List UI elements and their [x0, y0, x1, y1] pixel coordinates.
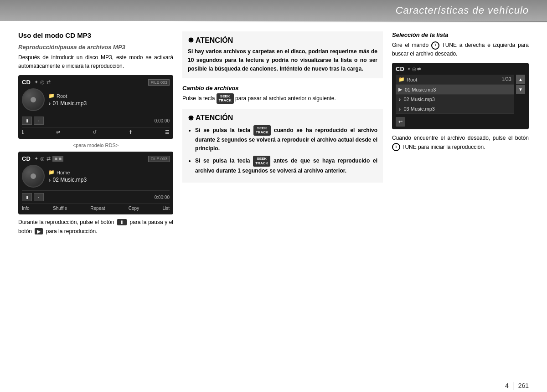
- list-item-row-3[interactable]: ♪ 03 Music.mp3: [396, 104, 514, 114]
- cd-play-controls-2: ⏸ ·: [22, 193, 44, 201]
- attention-title-1: ✸ ATENCIÓN: [188, 36, 377, 45]
- cd-info-2: 📁 Home ♪ 02 Music.mp3: [48, 169, 170, 183]
- cd-disc-2: [22, 165, 45, 188]
- page-footer: 4 │ 261: [0, 379, 547, 392]
- page-header: Características de vehículo: [0, 0, 547, 21]
- play-badge: ▶: [35, 228, 43, 234]
- music-icon-list-2: ♪: [398, 97, 401, 102]
- page-number: 261: [518, 382, 529, 389]
- circle-icon-2: ◎: [40, 156, 45, 162]
- cd-disc-1: [22, 88, 45, 111]
- body-text-1: Después de introducir un disco MP3, este…: [18, 53, 173, 71]
- model-note: <para modelo RDS>: [18, 143, 173, 148]
- list-icon: ☰: [165, 129, 170, 135]
- music-note-icon: ♪: [48, 101, 51, 106]
- pause-button[interactable]: ⏸: [22, 117, 32, 125]
- bullet-list: Si se pulsa la tecla SEEKTRACK cuando se…: [188, 125, 377, 175]
- cd-player-top: CD ✦ ◎ ⇄ FILE 003: [22, 79, 170, 86]
- cambio-text: Pulse la tecla SEEKTRACK para pasar al a…: [182, 93, 383, 104]
- music-note-icon-2: ♪: [48, 177, 51, 183]
- cd-controls-1: ⏸ · 0:00:00: [22, 114, 170, 125]
- back-button[interactable]: ↩: [396, 117, 405, 127]
- cd-main-area-2: 📁 Home ♪ 02 Music.mp3: [22, 165, 170, 188]
- seleccion-text: Gire el mando T TUNE a derecha e izquier…: [392, 41, 529, 58]
- music-icon-list-3: ♪: [398, 106, 401, 112]
- cd-disc-center: [31, 97, 36, 102]
- cd-list-label: CD: [396, 66, 404, 72]
- cd-play-controls: ⏸ ·: [22, 117, 44, 125]
- cd-list-root: 📁 Root 1/33: [396, 75, 514, 85]
- cd-folder-2: 📁 Home: [48, 169, 170, 175]
- cd-track-1: ♪ 01 Music.mp3: [48, 100, 170, 107]
- repeat-button[interactable]: Repeat: [90, 206, 105, 211]
- cd-label: CD: [22, 79, 31, 86]
- circle-icon: ◎: [40, 79, 45, 85]
- shuffle-icon: ⇌: [56, 129, 60, 135]
- cd-player-1: CD ✦ ◎ ⇄ FILE 003 📁 Root: [18, 75, 173, 139]
- bluetooth-icon: ✦: [34, 79, 38, 85]
- dot-button-2[interactable]: ·: [34, 193, 44, 201]
- cd-list-items: 📁 Root 1/33 ▶ 01 Music.mp3 ♪ 02 Music.mp…: [396, 75, 514, 114]
- cd-list-nav: ▲ ▼: [516, 75, 525, 114]
- scroll-down-button[interactable]: ▼: [516, 85, 525, 94]
- folder-icon-list: 📁: [398, 76, 405, 82]
- folder-icon: 📁: [48, 93, 55, 99]
- file-badge-1: FILE 003: [148, 79, 170, 86]
- asterisk-icon-1: ✸: [188, 36, 194, 45]
- cd-list-icons: ✦ ◎ ⇄: [407, 66, 421, 71]
- cambio-section: Cambio de archivos Pulse la tecla SEEKTR…: [182, 85, 383, 104]
- cd-label-2: CD: [22, 155, 31, 162]
- copy-icon: ⬆: [129, 129, 133, 135]
- pause-badge: ⏸: [117, 219, 127, 225]
- cd-icons: ✦ ◎ ⇄: [34, 79, 51, 85]
- shuffle-button[interactable]: Shuffle: [53, 206, 67, 211]
- cd-bottom-controls-2: Info Shuffle Repeat Copy List: [22, 204, 170, 211]
- list-item-2: Si se pulsa la tecla SEEKTRACK antes de …: [195, 156, 377, 175]
- chapter-number: 4: [505, 382, 509, 389]
- attention-body-1: Si hay varios archivos y carpetas en el …: [188, 47, 377, 74]
- seleccion-title: Selección de la lista: [392, 31, 529, 38]
- seek-track-badge-3: SEEKTRACK: [253, 156, 270, 166]
- cd-time-2: 0:00:00: [155, 195, 170, 200]
- attention-box-1: ✸ ATENCIÓN Si hay varios archivos y carp…: [182, 31, 383, 78]
- rec-icon: ⏺⏺: [52, 156, 63, 162]
- cd-track-2: ♪ 02 Music.mp3: [48, 177, 170, 183]
- seek-track-badge-1: SEEKTRACK: [217, 93, 234, 104]
- tune-icon-2: T: [392, 143, 400, 151]
- page-title: Características de vehículo: [396, 5, 529, 16]
- list-item-1: Si se pulsa la tecla SEEKTRACK cuando se…: [195, 125, 377, 153]
- list-item-row-2[interactable]: ♪ 02 Music.mp3: [396, 95, 514, 104]
- info-button[interactable]: Info: [22, 206, 30, 211]
- dot-button[interactable]: ·: [34, 117, 44, 125]
- cd-time-1: 0:00:00: [155, 118, 170, 123]
- left-column: Uso del modo CD MP3 Reproducción/pausa d…: [18, 31, 173, 240]
- copy-button[interactable]: Copy: [129, 206, 139, 211]
- middle-column: ✸ ATENCIÓN Si hay varios archivos y carp…: [182, 31, 383, 240]
- list-button[interactable]: List: [162, 206, 170, 211]
- body-text-2: Durante la reproducción, pulse el botón …: [18, 218, 173, 235]
- section-title: Uso del modo CD MP3: [18, 31, 173, 39]
- bluetooth-icon-2: ✦: [34, 156, 38, 162]
- attention-title-2: ✸ ATENCIÓN: [188, 114, 377, 122]
- tune-icon-1: T: [431, 41, 439, 50]
- cd-controls-2: ⏸ · 0:00:00: [22, 190, 170, 201]
- scroll-up-button[interactable]: ▲: [516, 75, 525, 84]
- file-badge-2: FILE 003: [148, 156, 170, 162]
- pause-button-2[interactable]: ⏸: [22, 193, 32, 201]
- cd-icons-2: ✦ ◎ ⇄ ⏺⏺: [34, 156, 63, 162]
- list-item-row-1[interactable]: ▶ 01 Music.mp3: [396, 85, 514, 95]
- info-icon: ℹ: [22, 129, 24, 135]
- attention-box-2: ✸ ATENCIÓN Si se pulsa la tecla SEEKTRAC…: [182, 109, 383, 183]
- cd-info-1: 📁 Root ♪ 01 Music.mp3: [48, 93, 170, 107]
- cuando-text: Cuando encuentre el archivo deseado, pul…: [392, 134, 529, 151]
- cd-list-player: CD ✦ ◎ ⇄ 📁 Root 1/33 ▶ 01 Music.mp: [392, 63, 529, 129]
- subsection-title: Reproducción/pausa de archivos MP3: [18, 44, 173, 51]
- repeat-icon: ↺: [93, 129, 97, 135]
- cd-player-2: CD ✦ ◎ ⇄ ⏺⏺ FILE 003 📁 Ho: [18, 152, 173, 214]
- page-separator: │: [511, 382, 516, 389]
- cd-player-2-top: CD ✦ ◎ ⇄ ⏺⏺ FILE 003: [22, 155, 170, 162]
- cambio-title: Cambio de archivos: [182, 85, 383, 92]
- cd-disc-center-2: [31, 173, 36, 179]
- cd-folder-1: 📁 Root: [48, 93, 170, 99]
- cd-list-header: CD ✦ ◎ ⇄: [396, 66, 525, 72]
